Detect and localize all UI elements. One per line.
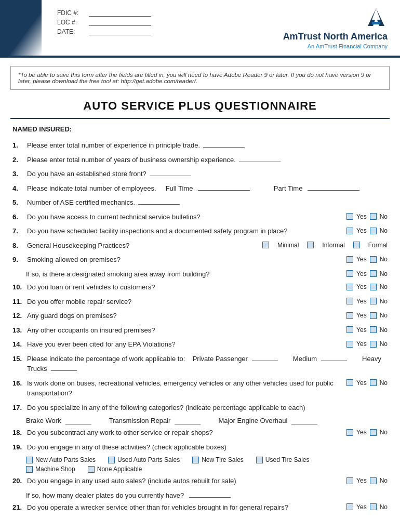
q3-input[interactable] [150,169,191,176]
q6-yes-checkbox[interactable] [346,213,353,220]
q21-yesno: Yes No [346,502,388,512]
q20-yes-label: Yes [356,476,367,485]
q7-no-label: No [380,226,388,235]
q9-sub-text: If so, is there a designated smoking are… [26,269,341,280]
q8-formal-checkbox[interactable] [353,242,360,248]
q18-no-checkbox[interactable] [370,429,377,436]
q6-no-checkbox[interactable] [370,213,377,220]
q1-input[interactable] [203,140,245,148]
q21-no-checkbox[interactable] [370,503,377,510]
q19-machine-checkbox[interactable] [26,466,33,473]
question-10: 10. Do you loan or rent vehicles to cust… [12,282,388,292]
q10-no-checkbox[interactable] [370,284,377,290]
question-4: 4. Please indicate total number of emplo… [12,183,388,194]
q9-no-checkbox[interactable] [370,256,377,263]
q12-text: Any guard dogs on premises? [27,311,341,321]
q2-input[interactable] [239,155,281,162]
q16-no-checkbox[interactable] [370,379,377,386]
q8-informal-checkbox[interactable] [307,242,314,248]
q11-yes-label: Yes [356,297,367,306]
q17-transmission-input[interactable] [175,417,201,424]
q17-brake-item: Brake Work [26,417,94,424]
question-16: 16. Is work done on buses, recreational … [12,378,388,398]
q20-text: Do you engage in any used auto sales? (i… [27,476,341,486]
q9-yes-checkbox[interactable] [346,256,353,263]
q14-no-checkbox[interactable] [370,341,377,348]
q12-no-checkbox[interactable] [370,312,377,319]
q20-dealer-plates-input[interactable] [189,490,231,498]
q19-new-auto-parts: New Auto Parts Sales [26,456,96,463]
q20-yes-checkbox[interactable] [346,477,353,484]
q19-new-tire-sales: New Tire Sales [192,456,244,463]
question-17: 17. Do you specialize in any of the foll… [12,403,388,413]
q13-yes-checkbox[interactable] [346,326,353,333]
q17-engine-input[interactable] [291,417,317,424]
q19-new-tire-checkbox[interactable] [192,457,199,463]
q20-sub-text: If so, how many dealer plates do you cur… [26,491,184,499]
q1-text: Please enter total number of experience … [27,140,388,151]
q19-machine-label: Machine Shop [35,466,75,473]
q18-num: 18. [12,428,26,438]
q17-categories: Brake Work Transmission Repair Major Eng… [26,417,388,424]
q19-new-auto-checkbox[interactable] [26,457,33,463]
question-1: 1. Please enter total number of experien… [12,140,388,151]
q8-minimal-checkbox[interactable] [262,242,269,248]
q18-no-label: No [380,428,388,437]
q19-used-tire-checkbox[interactable] [256,457,263,463]
loc-input[interactable] [89,19,151,26]
date-input[interactable] [89,28,151,35]
q7-text: Do you have scheduled facility inspectio… [27,226,341,236]
q17-transmission-item: Transmission Repair [109,417,203,424]
q5-input[interactable] [138,197,180,205]
q19-used-auto-checkbox[interactable] [108,457,115,463]
q9-sub-yes-checkbox[interactable] [346,270,353,277]
question-2: 2. Please enter total number of years of… [12,155,388,165]
q9-sub-no-checkbox[interactable] [370,270,377,277]
q4-parttime-input[interactable] [308,183,359,191]
q13-text: Any other occupants on insured premises? [27,325,341,336]
notice-box: *To be able to save this form after the … [10,66,390,90]
q10-yes-checkbox[interactable] [346,284,353,290]
q13-num: 13. [12,325,26,336]
q16-yes-checkbox[interactable] [346,379,353,386]
q17-engine-item: Major Engine Overhaul [218,417,319,424]
page-header: FDIC #: LOC #: DATE: AmTrust North Ameri… [0,0,400,58]
q21-yes-checkbox[interactable] [346,503,353,510]
fdic-input[interactable] [89,9,151,17]
q19-none-applicable: None Applicable [88,466,142,473]
q15-private-input[interactable] [252,354,278,361]
q9-num: 9. [12,255,26,265]
q9-yes-label: Yes [356,255,367,264]
q19-none-checkbox[interactable] [88,466,95,473]
q16-yes-label: Yes [356,378,367,388]
q17-brake-input[interactable] [65,417,91,424]
q15-heavy-input[interactable] [51,364,77,371]
q12-yes-checkbox[interactable] [346,312,353,319]
q9-sub-yes-label: Yes [356,269,367,278]
q20-yesno: Yes No [346,476,388,485]
q7-no-checkbox[interactable] [370,228,377,234]
q20-no-checkbox[interactable] [370,477,377,484]
q14-yes-checkbox[interactable] [346,341,353,348]
q9-sub: If so, is there a designated smoking are… [26,269,388,280]
q13-no-checkbox[interactable] [370,326,377,333]
q19-used-tire-sales: Used Tire Sales [256,456,310,463]
q11-no-checkbox[interactable] [370,298,377,304]
q21-no-label: No [380,502,388,512]
question-13: 13. Any other occupants on insured premi… [12,325,388,336]
q11-yes-checkbox[interactable] [346,298,353,304]
q19-num: 19. [12,442,26,453]
q15-medium-input[interactable] [321,354,347,361]
q18-yes-checkbox[interactable] [346,429,353,436]
q15-num: 15. [12,354,26,364]
question-18: 18. Do you subcontract any work to other… [12,428,388,438]
q8-options: Minimal Informal Formal [262,241,388,250]
q8-informal-label: Informal [322,241,344,250]
q4-fulltime-input[interactable] [198,183,250,191]
title-divider [10,118,390,119]
q16-text: Is work done on buses, recreational vehi… [27,378,341,398]
q4-text: Please indicate total number of employee… [27,183,388,194]
q7-yes-checkbox[interactable] [346,228,353,234]
q18-text: Do you subcontract any work to other ser… [27,428,341,438]
q20-sub: If so, how many dealer plates do you cur… [26,490,388,499]
